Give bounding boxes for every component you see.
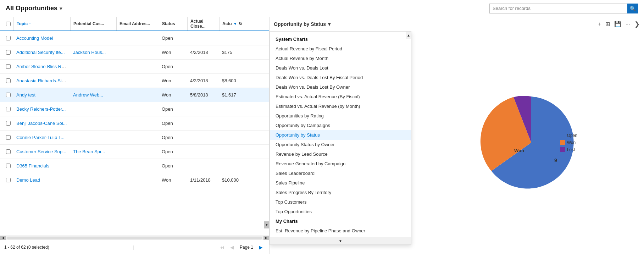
table-row: Becky Reichers-Potter... Open — [0, 102, 269, 116]
dropdown-item[interactable]: Revenue Generated by Campaign — [270, 159, 411, 169]
dropdown-item[interactable]: Top Opportunities — [270, 207, 411, 216]
dropdown-scroll-up[interactable]: ▲ — [406, 32, 411, 39]
chart-dropdown: ▲ System Charts Actual Revenue by Fiscal… — [270, 31, 411, 245]
grid-panel: Topic ↑ Potential Cus... Email Addres...… — [0, 17, 270, 254]
table-row: Anastasia Richards-Sin... Won 4/2/2018 $… — [0, 74, 269, 88]
cell-topic-2[interactable]: Amber Sloane-Bliss Re... — [13, 64, 70, 69]
cell-topic-3[interactable]: Anastasia Richards-Sin... — [13, 78, 70, 83]
dropdown-section-my: My Charts — [270, 216, 411, 226]
col-header-potential[interactable]: Potential Cus... — [70, 17, 116, 31]
first-page-button[interactable]: ⏮ — [217, 244, 227, 251]
filter-icon[interactable]: ▼ — [233, 22, 237, 26]
cell-topic-0[interactable]: Accounting Model — [13, 35, 70, 41]
col-header-topic[interactable]: Topic ↑ — [13, 17, 70, 31]
dropdown-item[interactable]: Opportunity Status by Owner — [270, 140, 411, 149]
table-row: Additional Security Ite... Jackson Hous.… — [0, 45, 269, 60]
dropdown-item[interactable]: Deals Won vs. Deals Lost By Fiscal Perio… — [270, 73, 411, 82]
save-chart-button[interactable]: 💾 — [614, 21, 621, 27]
cell-topic-5[interactable]: Becky Reichers-Potter... — [13, 106, 70, 112]
table-row: D365 Financials Open — [0, 159, 269, 173]
dropdown-item[interactable]: Top Customers — [270, 197, 411, 207]
scroll-left-button[interactable]: ◀ — [0, 236, 6, 240]
row-checkbox-8[interactable] — [3, 149, 13, 154]
horizontal-scrollbar[interactable]: ◀ ▶ — [0, 236, 269, 240]
cell-topic-6[interactable]: Benji Jacobs-Cane Sol... — [13, 121, 70, 126]
cell-topic-7[interactable]: Connie Parker-Tulip T... — [13, 135, 70, 140]
row-checkbox-7[interactable] — [3, 135, 13, 140]
cell-topic-1[interactable]: Additional Security Ite... — [13, 50, 70, 55]
dropdown-section-system: System Charts — [270, 34, 411, 44]
dropdown-item[interactable]: Sales Leaderboard — [270, 169, 411, 178]
cell-status-5: Open — [159, 106, 187, 112]
dropdown-item[interactable]: Sales Progress By Territory — [270, 188, 411, 197]
scroll-right-button[interactable]: ▶ — [263, 236, 269, 240]
title-chevron[interactable]: ▾ — [60, 6, 62, 11]
dropdown-item[interactable]: Sales Pipeline — [270, 178, 411, 188]
cell-rev-1: $175 — [219, 50, 248, 55]
scroll-track[interactable] — [7, 237, 262, 239]
search-input[interactable] — [490, 6, 627, 11]
expand-panel-button[interactable]: ❯ — [634, 20, 640, 28]
dropdown-scroll-down[interactable]: ▼ — [270, 237, 411, 244]
header-checkbox[interactable] — [6, 22, 11, 26]
col-header-email[interactable]: Email Addres... — [116, 17, 159, 31]
more-chart-button[interactable]: ··· — [626, 21, 630, 27]
dropdown-item[interactable]: Deals Won vs. Deals Lost — [270, 63, 411, 73]
scroll-down-button[interactable]: ▼ — [264, 221, 269, 228]
title-text: All Opportunities — [6, 5, 57, 12]
row-checkbox-6[interactable] — [3, 121, 13, 126]
row-checkbox-3[interactable] — [3, 78, 13, 83]
page-title: All Opportunities ▾ — [6, 5, 62, 12]
cell-status-6: Open — [159, 121, 187, 126]
cell-status-7: Open — [159, 135, 187, 140]
cell-topic-8[interactable]: Customer Service Sup... — [13, 149, 70, 154]
next-page-button[interactable]: ▶ — [257, 244, 265, 251]
prev-page-button[interactable]: ◀ — [228, 244, 236, 251]
dropdown-item[interactable]: Opportunities by Rating — [270, 111, 411, 121]
row-checkbox-9[interactable] — [3, 164, 13, 168]
col-header-actual-close[interactable]: Actual Close... — [187, 17, 219, 31]
row-checkbox-5[interactable] — [3, 107, 13, 111]
dropdown-item[interactable]: Actual Revenue by Month — [270, 54, 411, 63]
add-chart-button[interactable]: + — [598, 21, 601, 27]
dropdown-item[interactable]: Deals Won vs. Deals Lost By Owner — [270, 82, 411, 92]
col-header-status[interactable]: Status — [159, 17, 187, 31]
search-button[interactable]: 🔍 — [627, 4, 638, 13]
row-checkbox-0[interactable] — [3, 36, 13, 40]
row-checkbox-4[interactable] — [3, 93, 13, 97]
chart-legend: Open Won Lost — [560, 133, 577, 152]
pagination-info: 1 - 62 of 62 (0 selected) — [4, 245, 49, 250]
cell-topic-4[interactable]: Andy test — [13, 92, 70, 98]
cell-potential-1: Jackson Hous... — [70, 50, 116, 55]
select-all-checkbox[interactable] — [3, 22, 13, 26]
dropdown-item[interactable]: Opportunity by Campaigns — [270, 121, 411, 130]
cell-status-0: Open — [159, 35, 187, 41]
dropdown-item[interactable]: Actual Revenue by Fiscal Period — [270, 44, 411, 54]
dropdown-item[interactable]: Est. Revenue by Pipeline Phase and Owner — [270, 226, 411, 236]
sort-asc-icon: ↑ — [29, 22, 31, 26]
chart-area: ▲ System Charts Actual Revenue by Fiscal… — [270, 31, 644, 254]
expand-chart-button[interactable]: ⊞ — [605, 21, 610, 27]
cell-topic-9[interactable]: D365 Financials — [13, 163, 70, 169]
dropdown-item[interactable]: Revenue by Lead Source — [270, 149, 411, 159]
chart-title-chevron: ▾ — [328, 21, 331, 27]
table-row: Benji Jacobs-Cane Sol... Open — [0, 116, 269, 131]
refresh-icon[interactable]: ↻ — [239, 21, 242, 26]
cell-close-4: 5/8/2018 — [187, 92, 219, 98]
search-box: 🔍 — [489, 4, 638, 13]
dropdown-item-selected[interactable]: Opportunity by Status — [270, 130, 411, 140]
cell-status-1: Won — [159, 50, 187, 55]
dropdown-item[interactable]: Estimated vs. Actual Revenue (by Month) — [270, 101, 411, 111]
row-checkbox-2[interactable] — [3, 64, 13, 69]
row-checkbox-1[interactable] — [3, 50, 13, 55]
legend-label-won: Won — [567, 140, 576, 145]
chart-title-dropdown-button[interactable]: Opportunity by Status ▾ — [274, 21, 331, 27]
cell-status-2: Open — [159, 64, 187, 69]
chart-title-text: Opportunity by Status — [274, 21, 326, 27]
dropdown-item[interactable]: Estimated vs. Actual Revenue (By Fiscal) — [270, 92, 411, 101]
cell-status-3: Won — [159, 78, 187, 83]
col-header-actual-rev[interactable]: Actu ▼ ↻ — [219, 17, 248, 31]
table-row: Amber Sloane-Bliss Re... Open — [0, 60, 269, 74]
cell-topic-10[interactable]: Demo Lead — [13, 177, 70, 183]
row-checkbox-10[interactable] — [3, 178, 13, 182]
